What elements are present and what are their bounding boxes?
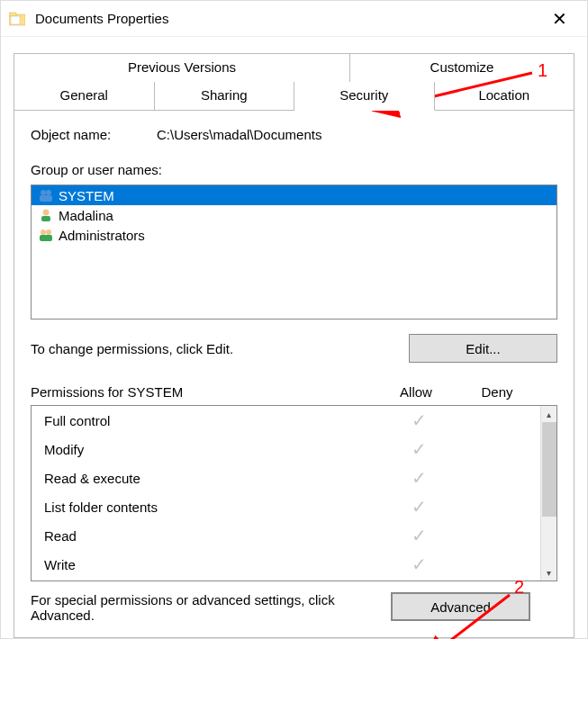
tab-security[interactable]: Security bbox=[294, 82, 435, 111]
tab-location[interactable]: Location bbox=[435, 82, 575, 111]
scroll-thumb[interactable] bbox=[542, 422, 556, 517]
scrollbar[interactable]: ▴ ▾ bbox=[540, 406, 556, 580]
svg-point-4 bbox=[46, 190, 51, 195]
allow-check-icon: ✓ bbox=[378, 496, 459, 518]
group-icon bbox=[37, 187, 55, 203]
permission-name: List folder contents bbox=[44, 500, 378, 515]
properties-dialog: Documents Properties ✕ Previous Versions… bbox=[0, 0, 588, 639]
scroll-down-icon[interactable]: ▾ bbox=[541, 564, 557, 580]
folder-icon bbox=[8, 10, 26, 28]
svg-point-9 bbox=[46, 230, 51, 235]
user-icon bbox=[37, 207, 55, 223]
user-name: Madalina bbox=[59, 208, 113, 223]
edit-row: To change permissions, click Edit. Edit.… bbox=[31, 334, 557, 363]
tabs-container: Previous Versions Customize General Shar… bbox=[1, 37, 587, 638]
user-item-administrators[interactable]: Administrators bbox=[32, 225, 556, 245]
allow-check-icon: ✓ bbox=[378, 467, 459, 489]
user-item-madalina[interactable]: Madalina bbox=[32, 205, 556, 225]
permissions-scroll-area: Full control ✓ Modify ✓ Read & execute ✓ bbox=[32, 406, 540, 580]
tab-label: Sharing bbox=[201, 87, 248, 103]
user-name: Administrators bbox=[59, 228, 145, 243]
tab-label: Customize bbox=[430, 59, 494, 75]
permission-name: Read & execute bbox=[44, 471, 378, 486]
svg-point-6 bbox=[43, 210, 50, 216]
tab-previous-versions[interactable]: Previous Versions bbox=[14, 53, 350, 82]
permission-name: Read bbox=[44, 528, 378, 544]
allow-check-icon: ✓ bbox=[378, 554, 459, 575]
permission-name: Full control bbox=[44, 413, 378, 428]
permissions-list: Full control ✓ Modify ✓ Read & execute ✓ bbox=[31, 405, 557, 581]
tab-label: Location bbox=[478, 87, 529, 103]
close-icon[interactable]: ✕ bbox=[539, 4, 580, 33]
permissions-header: Permissions for SYSTEM Allow Deny bbox=[31, 384, 557, 405]
group-or-users-label: Group or user names: bbox=[31, 162, 162, 177]
permission-row: List folder contents ✓ bbox=[32, 492, 540, 521]
svg-rect-2 bbox=[11, 16, 20, 24]
tab-general[interactable]: General bbox=[14, 82, 155, 111]
svg-rect-5 bbox=[40, 195, 52, 202]
permission-name: Write bbox=[44, 557, 378, 572]
allow-check-icon: ✓ bbox=[378, 438, 459, 460]
tabs-row-top: Previous Versions Customize bbox=[14, 53, 574, 82]
svg-rect-10 bbox=[40, 235, 52, 241]
edit-button[interactable]: Edit... bbox=[409, 334, 557, 363]
tab-sharing[interactable]: Sharing bbox=[155, 82, 295, 111]
svg-rect-7 bbox=[41, 216, 50, 221]
scroll-up-icon[interactable]: ▴ bbox=[541, 406, 557, 422]
allow-check-icon: ✓ bbox=[378, 525, 459, 546]
permissions-label: Permissions for SYSTEM bbox=[31, 384, 375, 400]
user-list[interactable]: SYSTEM Madalina bbox=[31, 184, 557, 320]
object-name-value: C:\Users\madal\Documents bbox=[157, 127, 321, 142]
advanced-button[interactable]: Advanced bbox=[391, 592, 530, 621]
tab-label: Previous Versions bbox=[128, 59, 236, 75]
security-tab-body: Object name: C:\Users\madal\Documents Gr… bbox=[14, 111, 574, 638]
tab-customize[interactable]: Customize bbox=[350, 53, 574, 82]
svg-point-8 bbox=[41, 230, 46, 235]
permission-row: Modify ✓ bbox=[32, 435, 540, 464]
advanced-row: For special permissions or advanced sett… bbox=[31, 592, 557, 623]
window-title: Documents Properties bbox=[35, 11, 168, 26]
permission-name: Modify bbox=[44, 442, 378, 457]
edit-hint: To change permissions, click Edit. bbox=[31, 341, 409, 356]
object-name-label: Object name: bbox=[31, 127, 157, 142]
tab-label: General bbox=[60, 87, 108, 103]
user-item-system[interactable]: SYSTEM bbox=[32, 185, 556, 205]
permission-row: Read & execute ✓ bbox=[32, 464, 540, 492]
user-name: SYSTEM bbox=[59, 188, 114, 203]
svg-rect-1 bbox=[9, 13, 16, 16]
object-name-row: Object name: C:\Users\madal\Documents bbox=[31, 127, 557, 142]
tabs-row-bottom: General Sharing Security Location bbox=[14, 82, 574, 111]
deny-header: Deny bbox=[457, 384, 538, 400]
group-icon bbox=[37, 227, 55, 243]
allow-check-icon: ✓ bbox=[378, 410, 459, 431]
allow-header: Allow bbox=[375, 384, 457, 400]
permission-row: Read ✓ bbox=[32, 521, 540, 550]
permission-row: Full control ✓ bbox=[32, 406, 540, 435]
tab-label: Security bbox=[339, 87, 388, 103]
advanced-hint: For special permissions or advanced sett… bbox=[31, 592, 391, 623]
group-label-row: Group or user names: bbox=[31, 162, 557, 177]
titlebar: Documents Properties ✕ bbox=[1, 1, 587, 37]
svg-point-3 bbox=[41, 190, 46, 195]
permission-row: Write ✓ bbox=[32, 550, 540, 579]
